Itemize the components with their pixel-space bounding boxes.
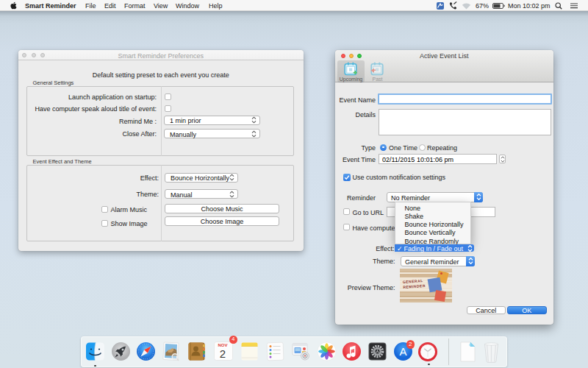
svg-text:A: A bbox=[399, 345, 406, 358]
svg-text:2: 2 bbox=[219, 347, 225, 360]
